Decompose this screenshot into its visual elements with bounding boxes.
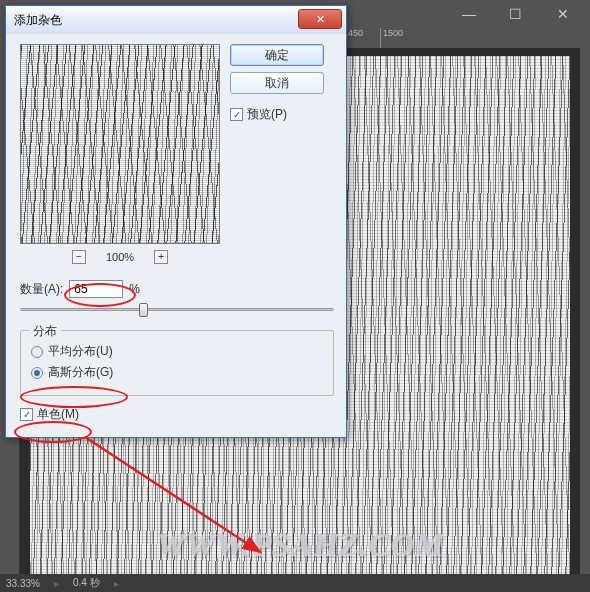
monochrome-label: 单色(M)	[37, 406, 79, 423]
amount-slider[interactable]	[20, 300, 334, 318]
preview-image[interactable]	[20, 44, 220, 244]
amount-label: 数量(A):	[20, 281, 63, 298]
preview-checkbox-row[interactable]: ✓ 预览(P)	[230, 106, 287, 123]
uniform-radio[interactable]	[31, 346, 43, 358]
monochrome-checkbox[interactable]: ✓	[20, 408, 33, 421]
zoom-out-button[interactable]: −	[72, 250, 86, 264]
status-time: 0.4 秒	[73, 576, 100, 590]
zoom-controls: − 100% +	[20, 250, 220, 264]
status-zoom[interactable]: 33.33%	[6, 578, 40, 589]
amount-input[interactable]	[69, 280, 123, 298]
distribution-legend: 分布	[29, 323, 61, 340]
status-chevron-icon[interactable]: ▸	[114, 578, 119, 589]
dialog-body: − 100% + 确定 取消 ✓ 预览(P) 数量(A): %	[6, 34, 346, 437]
gaussian-radio-row[interactable]: 高斯分布(G)	[31, 364, 323, 381]
distribution-fieldset: 分布 平均分布(U) 高斯分布(G)	[20, 330, 334, 396]
amount-unit: %	[129, 282, 140, 296]
gaussian-label: 高斯分布(G)	[48, 364, 113, 381]
app-close-button[interactable]: ✕	[538, 2, 588, 26]
slider-track	[20, 308, 334, 311]
watermark-text: WWW.PSAHZ.COM	[30, 526, 570, 563]
cancel-button[interactable]: 取消	[230, 72, 324, 94]
maximize-button[interactable]: ☐	[492, 2, 538, 26]
zoom-in-button[interactable]: +	[154, 250, 168, 264]
dialog-button-column: 确定 取消 ✓ 预览(P)	[230, 44, 328, 264]
status-bar: 33.33% ▸ 0.4 秒 ▸	[0, 574, 590, 592]
dialog-titlebar[interactable]: 添加杂色 ✕	[6, 6, 346, 34]
minimize-button[interactable]: —	[446, 2, 492, 26]
status-divider: ▸	[54, 578, 59, 589]
add-noise-dialog: 添加杂色 ✕ − 100% + 确定 取消 ✓ 预览(P)	[5, 5, 347, 438]
preview-label: 预览(P)	[247, 106, 287, 123]
uniform-label: 平均分布(U)	[48, 343, 113, 360]
monochrome-row[interactable]: ✓ 单色(M)	[20, 406, 334, 423]
uniform-radio-row[interactable]: 平均分布(U)	[31, 343, 323, 360]
amount-row: 数量(A): %	[20, 280, 334, 298]
preview-panel: − 100% +	[20, 44, 220, 264]
gaussian-radio[interactable]	[31, 367, 43, 379]
ok-button[interactable]: 确定	[230, 44, 324, 66]
dialog-title: 添加杂色	[14, 12, 62, 29]
zoom-value: 100%	[106, 251, 134, 263]
dialog-close-button[interactable]: ✕	[298, 9, 342, 29]
preview-checkbox[interactable]: ✓	[230, 108, 243, 121]
slider-thumb[interactable]	[139, 303, 148, 317]
